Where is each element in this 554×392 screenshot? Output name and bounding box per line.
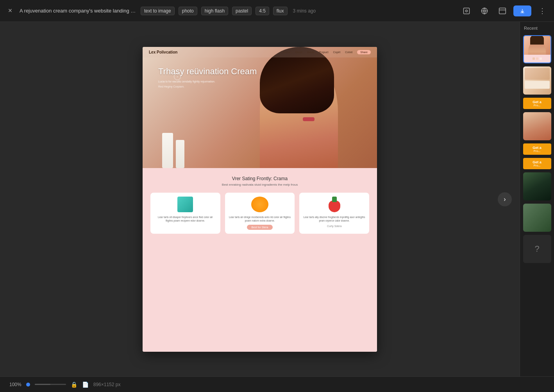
layout-icon-button[interactable] — [495, 4, 509, 18]
top-bar: × A rejuvenation cream company's website… — [0, 0, 554, 22]
thumb-strip-1 — [524, 55, 550, 63]
product-card-2: Lear tarts alr dinige incebereds anto rl… — [225, 193, 295, 234]
mockup-logo: Lex Polivcation — [149, 50, 177, 54]
timestamp: 3 mins ago — [293, 8, 316, 14]
hero-title: Trhasy reüvination Cream — [158, 66, 257, 77]
main-content: › Lex Polivcation Home About Meuts Propu… — [0, 22, 554, 376]
hero-text-block: Trhasy reüvination Cream Lucia lo for ea… — [158, 66, 257, 88]
svg-rect-0 — [464, 8, 470, 14]
image-dimensions: 896×1152 px — [93, 382, 121, 387]
card-text-3: Lear tarts ally discine frogiberds Inprd… — [303, 215, 365, 222]
tag-ratio[interactable]: 4:5 — [256, 7, 269, 15]
pink-section-subtitle: Best enraking raslivata stuid ingradient… — [222, 183, 298, 186]
zoom-percentage: 100% — [9, 382, 21, 387]
tag-high-flash[interactable]: high flash — [201, 7, 228, 15]
hero-background: Lex Polivcation Home About Meuts Propuct… — [143, 47, 377, 168]
candle-2 — [176, 140, 184, 168]
screenshot-icon-button[interactable] — [459, 4, 474, 18]
berry-icon — [326, 197, 343, 212]
tag-pastel[interactable]: pastel — [232, 7, 252, 15]
pink-section: Vrer Sating Frontly: Crama Best enraking… — [143, 168, 377, 352]
svg-rect-3 — [499, 8, 506, 14]
teal-package-icon — [177, 197, 193, 212]
more-options-button[interactable]: ⋮ — [535, 4, 549, 18]
hero-subtitle: Lucia lo for eacults cendally fightly re… — [158, 80, 257, 84]
tag-photo[interactable]: photo — [179, 7, 197, 15]
globe-icon-button[interactable] — [477, 4, 491, 18]
close-button[interactable]: × — [5, 5, 16, 16]
website-mockup: Lex Polivcation Home About Meuts Propuct… — [143, 47, 377, 352]
thumbnail-2[interactable] — [523, 66, 551, 95]
hero-brand: Red Heginy Corpiam. — [158, 85, 257, 88]
next-arrow-button[interactable]: › — [498, 192, 512, 206]
thumbnail-8[interactable] — [523, 204, 551, 232]
card-link-3[interactable]: Curty Sdera — [327, 225, 341, 227]
thumb-bg-2 — [523, 66, 551, 95]
card-text-2: Lear tarts alr dinige incebereds anto rl… — [229, 215, 291, 222]
product-card-3: Lear tarts ally discine frogiberds Inprd… — [299, 193, 369, 234]
right-sidebar: Recent Ge — [520, 22, 554, 376]
thumbnail-4[interactable] — [523, 112, 551, 140]
card-icon-3 — [325, 197, 344, 212]
hero-back-arrow[interactable]: ‹ — [174, 73, 181, 80]
bottom-bar: 100% 🔒 📄 896×1152 px — [0, 376, 554, 392]
thumb-bg-6 — [523, 172, 551, 200]
svg-point-1 — [466, 10, 468, 12]
tag-text-to-image[interactable]: text to image — [141, 7, 175, 15]
download-button[interactable] — [513, 5, 531, 16]
thumbnail-1[interactable] — [523, 35, 551, 63]
thumbnail-question[interactable]: ? — [523, 235, 551, 263]
orange-icon — [251, 197, 268, 212]
thumbnail-3-btn[interactable]: Get a Pro... — [523, 98, 551, 109]
hero-section: Lex Polivcation Home About Meuts Propuct… — [143, 47, 377, 168]
thumbnail-5-btn[interactable]: Get a Pro... — [523, 143, 551, 155]
product-cards: Lear tarts olt disaper freplivors ance f… — [150, 193, 369, 234]
sidebar-label: Recent — [522, 26, 538, 30]
thumb-bg-7 — [523, 204, 551, 232]
thumbnail-7[interactable] — [523, 172, 551, 200]
card-icon-2 — [250, 197, 270, 212]
thumbnail-6-btn[interactable]: Get a Pro... — [523, 158, 551, 169]
tag-flux[interactable]: flux — [273, 7, 288, 15]
hero-person-image — [252, 47, 346, 168]
zoom-dot — [26, 383, 30, 387]
mockup-frame: Lex Polivcation Home About Meuts Propuct… — [143, 47, 377, 352]
canvas-area: › Lex Polivcation Home About Meuts Propu… — [0, 22, 520, 376]
document-title: A rejuvenation cream company's website l… — [20, 8, 137, 14]
pink-section-title: Vrer Sating Frontly: Crama — [232, 176, 288, 181]
card-btn-2[interactable]: Best for Stera — [247, 225, 273, 230]
thumb-bg-4 — [523, 112, 551, 140]
product-card-1: Lear tarts olt disaper freplivors ance f… — [150, 193, 220, 234]
candle-1 — [162, 133, 173, 168]
document-icon: 📄 — [82, 381, 89, 388]
card-icon-1 — [175, 197, 195, 212]
card-text-1: Lear tarts olt disaper freplivors ance f… — [154, 215, 216, 222]
lock-icon: 🔒 — [71, 381, 77, 388]
zoom-slider[interactable] — [35, 384, 66, 385]
